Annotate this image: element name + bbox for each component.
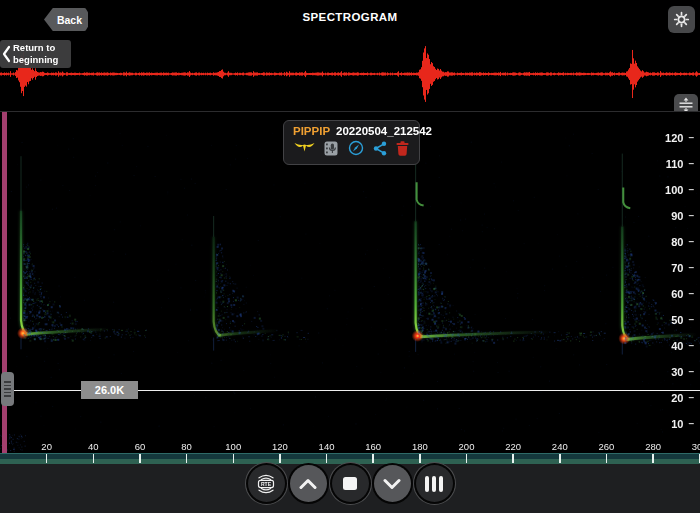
threshold-handle[interactable] (1, 372, 14, 406)
chevron-left-icon (2, 45, 11, 63)
scroll-position-indicator (2, 112, 7, 459)
control-bar: RTE (0, 464, 700, 513)
axis-tick (559, 454, 561, 463)
threshold-value-badge: 26.0K (81, 381, 138, 399)
axis-tick (419, 454, 421, 463)
axis-tick (46, 454, 48, 463)
return-to-beginning-label: Return to beginning (13, 42, 65, 66)
species-label: PIPPIP (293, 125, 330, 137)
pause-icon (425, 476, 444, 492)
share-icon (373, 141, 387, 156)
settings-button[interactable] (668, 6, 695, 33)
axis-tick (606, 454, 608, 463)
timeline-strip (0, 453, 700, 464)
app: Back SPECTROGRAM (0, 0, 700, 513)
axis-tick (372, 454, 374, 463)
delete-button[interactable] (396, 141, 409, 156)
compass-icon (348, 140, 364, 156)
return-to-beginning-button[interactable]: Return to beginning (0, 40, 71, 68)
axis-tick (93, 454, 95, 463)
stop-button[interactable] (332, 465, 369, 502)
svg-text:RTE: RTE (261, 481, 272, 487)
chevron-down-icon (383, 478, 401, 490)
compass-button[interactable] (348, 140, 364, 156)
grip-lines-icon (4, 381, 11, 397)
stop-icon (343, 477, 357, 491)
axis-tick (466, 454, 468, 463)
rte-icon: RTE (251, 469, 281, 499)
scroll-down-button[interactable] (374, 465, 411, 502)
scroll-up-button[interactable] (290, 465, 327, 502)
axis-tick (139, 454, 141, 463)
axis-tick (652, 454, 654, 463)
share-button[interactable] (373, 141, 387, 156)
auto-id-button[interactable] (294, 142, 315, 154)
rte-button[interactable]: RTE (248, 465, 285, 502)
recording-icon (324, 141, 338, 156)
call-popup: PIPPIP 20220504_212542 (283, 120, 420, 165)
trash-icon (396, 141, 409, 156)
waveform-panel: Return to beginning (0, 40, 700, 112)
pause-button[interactable] (416, 465, 453, 502)
axis-tick (279, 454, 281, 463)
axis-tick (186, 454, 188, 463)
recording-name: 20220504_212542 (336, 125, 432, 137)
axis-tick (233, 454, 235, 463)
axis-tick (512, 454, 514, 463)
gear-icon (673, 11, 690, 28)
bat-icon (294, 142, 315, 154)
header: Back SPECTROGRAM (0, 0, 700, 40)
waveform-canvas[interactable] (0, 40, 700, 112)
page-title: SPECTROGRAM (0, 11, 700, 23)
chevron-up-icon (299, 478, 317, 490)
recording-info-button[interactable] (324, 141, 338, 156)
axis-tick (326, 454, 328, 463)
